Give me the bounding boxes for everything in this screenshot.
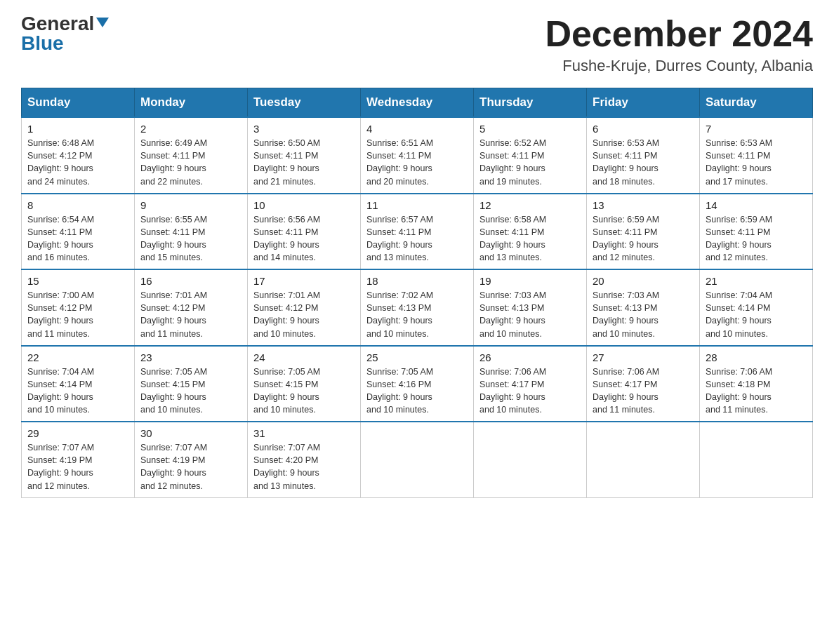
day-number: 7 — [706, 123, 807, 135]
calendar-cell: 15 Sunrise: 7:00 AMSunset: 4:12 PMDaylig… — [22, 269, 135, 346]
cell-info: Sunrise: 6:55 AMSunset: 4:11 PMDaylight:… — [140, 215, 207, 262]
calendar-cell: 30 Sunrise: 7:07 AMSunset: 4:19 PMDaylig… — [135, 422, 248, 497]
day-number: 5 — [479, 123, 581, 135]
cell-info: Sunrise: 7:05 AMSunset: 4:16 PMDaylight:… — [366, 367, 433, 415]
calendar-cell: 2 Sunrise: 6:49 AMSunset: 4:11 PMDayligh… — [135, 117, 248, 194]
day-number: 28 — [706, 351, 807, 363]
day-number: 10 — [253, 199, 355, 211]
calendar-cell: 3 Sunrise: 6:50 AMSunset: 4:11 PMDayligh… — [248, 117, 361, 194]
day-number: 13 — [593, 199, 694, 211]
location-subtitle: Fushe-Kruje, Durres County, Albania — [545, 57, 813, 75]
day-number: 3 — [253, 123, 355, 135]
col-header-wednesday: Wednesday — [361, 88, 474, 118]
col-header-monday: Monday — [135, 88, 248, 118]
cell-info: Sunrise: 7:01 AMSunset: 4:12 PMDaylight:… — [140, 290, 207, 338]
calendar-cell: 23 Sunrise: 7:05 AMSunset: 4:15 PMDaylig… — [135, 346, 248, 422]
calendar-header-row: Sunday Monday Tuesday Wednesday Thursday… — [22, 88, 813, 118]
cell-info: Sunrise: 6:48 AMSunset: 4:12 PMDaylight:… — [27, 138, 94, 186]
cell-info: Sunrise: 6:53 AMSunset: 4:11 PMDaylight:… — [593, 138, 659, 186]
day-number: 20 — [593, 275, 694, 287]
day-number: 15 — [27, 275, 128, 287]
cell-info: Sunrise: 7:04 AMSunset: 4:14 PMDaylight:… — [706, 290, 772, 338]
cell-info: Sunrise: 7:06 AMSunset: 4:18 PMDaylight:… — [706, 367, 772, 415]
calendar-cell: 7 Sunrise: 6:53 AMSunset: 4:11 PMDayligh… — [700, 117, 813, 194]
logo-general-text: General — [21, 14, 94, 34]
day-number: 12 — [479, 199, 581, 211]
day-number: 22 — [27, 351, 128, 363]
cell-info: Sunrise: 7:06 AMSunset: 4:17 PMDaylight:… — [479, 367, 546, 415]
day-number: 17 — [253, 275, 355, 287]
cell-info: Sunrise: 7:03 AMSunset: 4:13 PMDaylight:… — [593, 290, 659, 338]
calendar-week-row: 22 Sunrise: 7:04 AMSunset: 4:14 PMDaylig… — [22, 346, 813, 422]
cell-info: Sunrise: 6:54 AMSunset: 4:11 PMDaylight:… — [27, 215, 94, 262]
calendar-cell: 12 Sunrise: 6:58 AMSunset: 4:11 PMDaylig… — [474, 194, 587, 270]
calendar-cell: 13 Sunrise: 6:59 AMSunset: 4:11 PMDaylig… — [587, 194, 700, 270]
col-header-saturday: Saturday — [700, 88, 813, 118]
cell-info: Sunrise: 6:53 AMSunset: 4:11 PMDaylight:… — [706, 138, 772, 186]
calendar-week-row: 1 Sunrise: 6:48 AMSunset: 4:12 PMDayligh… — [22, 117, 813, 194]
month-title: December 2024 — [545, 14, 813, 54]
day-number: 30 — [140, 427, 241, 439]
title-section: December 2024 Fushe-Kruje, Durres County… — [545, 14, 813, 75]
calendar-week-row: 8 Sunrise: 6:54 AMSunset: 4:11 PMDayligh… — [22, 194, 813, 270]
day-number: 2 — [140, 123, 241, 135]
cell-info: Sunrise: 7:04 AMSunset: 4:14 PMDaylight:… — [27, 367, 94, 415]
col-header-friday: Friday — [587, 88, 700, 118]
calendar-week-row: 29 Sunrise: 7:07 AMSunset: 4:19 PMDaylig… — [22, 422, 813, 497]
calendar-cell: 1 Sunrise: 6:48 AMSunset: 4:12 PMDayligh… — [22, 117, 135, 194]
calendar-cell: 29 Sunrise: 7:07 AMSunset: 4:19 PMDaylig… — [22, 422, 135, 497]
cell-info: Sunrise: 6:49 AMSunset: 4:11 PMDaylight:… — [140, 138, 207, 186]
cell-info: Sunrise: 6:50 AMSunset: 4:11 PMDaylight:… — [253, 138, 320, 186]
col-header-sunday: Sunday — [22, 88, 135, 118]
calendar-cell: 21 Sunrise: 7:04 AMSunset: 4:14 PMDaylig… — [700, 269, 813, 346]
cell-info: Sunrise: 6:57 AMSunset: 4:11 PMDaylight:… — [366, 215, 433, 262]
calendar-table: Sunday Monday Tuesday Wednesday Thursday… — [21, 88, 813, 498]
cell-info: Sunrise: 7:07 AMSunset: 4:20 PMDaylight:… — [253, 443, 320, 490]
calendar-cell: 16 Sunrise: 7:01 AMSunset: 4:12 PMDaylig… — [135, 269, 248, 346]
cell-info: Sunrise: 7:02 AMSunset: 4:13 PMDaylight:… — [366, 290, 433, 338]
cell-info: Sunrise: 7:06 AMSunset: 4:17 PMDaylight:… — [593, 367, 659, 415]
calendar-cell: 26 Sunrise: 7:06 AMSunset: 4:17 PMDaylig… — [474, 346, 587, 422]
day-number: 23 — [140, 351, 241, 363]
day-number: 8 — [27, 199, 128, 211]
page-header: General Blue December 2024 Fushe-Kruje, … — [21, 14, 813, 75]
logo-triangle-icon — [96, 18, 109, 27]
calendar-cell: 19 Sunrise: 7:03 AMSunset: 4:13 PMDaylig… — [474, 269, 587, 346]
calendar-cell: 20 Sunrise: 7:03 AMSunset: 4:13 PMDaylig… — [587, 269, 700, 346]
calendar-cell: 31 Sunrise: 7:07 AMSunset: 4:20 PMDaylig… — [248, 422, 361, 497]
calendar-cell — [361, 422, 474, 497]
col-header-tuesday: Tuesday — [248, 88, 361, 118]
calendar-cell: 22 Sunrise: 7:04 AMSunset: 4:14 PMDaylig… — [22, 346, 135, 422]
day-number: 25 — [366, 351, 468, 363]
calendar-week-row: 15 Sunrise: 7:00 AMSunset: 4:12 PMDaylig… — [22, 269, 813, 346]
cell-info: Sunrise: 7:07 AMSunset: 4:19 PMDaylight:… — [27, 443, 94, 490]
day-number: 29 — [27, 427, 128, 439]
cell-info: Sunrise: 7:01 AMSunset: 4:12 PMDaylight:… — [253, 290, 320, 338]
cell-info: Sunrise: 6:59 AMSunset: 4:11 PMDaylight:… — [593, 215, 659, 262]
cell-info: Sunrise: 7:03 AMSunset: 4:13 PMDaylight:… — [479, 290, 546, 338]
col-header-thursday: Thursday — [474, 88, 587, 118]
calendar-cell: 9 Sunrise: 6:55 AMSunset: 4:11 PMDayligh… — [135, 194, 248, 270]
cell-info: Sunrise: 6:51 AMSunset: 4:11 PMDaylight:… — [366, 138, 433, 186]
calendar-cell: 27 Sunrise: 7:06 AMSunset: 4:17 PMDaylig… — [587, 346, 700, 422]
day-number: 19 — [479, 275, 581, 287]
calendar-cell: 18 Sunrise: 7:02 AMSunset: 4:13 PMDaylig… — [361, 269, 474, 346]
day-number: 14 — [706, 199, 807, 211]
day-number: 21 — [706, 275, 807, 287]
day-number: 26 — [479, 351, 581, 363]
cell-info: Sunrise: 6:59 AMSunset: 4:11 PMDaylight:… — [706, 215, 772, 262]
cell-info: Sunrise: 7:00 AMSunset: 4:12 PMDaylight:… — [27, 290, 94, 338]
day-number: 31 — [253, 427, 355, 439]
day-number: 4 — [366, 123, 468, 135]
calendar-cell: 5 Sunrise: 6:52 AMSunset: 4:11 PMDayligh… — [474, 117, 587, 194]
logo-blue-text: Blue — [21, 32, 64, 54]
calendar-cell: 28 Sunrise: 7:06 AMSunset: 4:18 PMDaylig… — [700, 346, 813, 422]
cell-info: Sunrise: 7:05 AMSunset: 4:15 PMDaylight:… — [253, 367, 320, 415]
day-number: 1 — [27, 123, 128, 135]
calendar-cell: 14 Sunrise: 6:59 AMSunset: 4:11 PMDaylig… — [700, 194, 813, 270]
day-number: 11 — [366, 199, 468, 211]
day-number: 24 — [253, 351, 355, 363]
cell-info: Sunrise: 7:05 AMSunset: 4:15 PMDaylight:… — [140, 367, 207, 415]
day-number: 6 — [593, 123, 694, 135]
cell-info: Sunrise: 7:07 AMSunset: 4:19 PMDaylight:… — [140, 443, 207, 490]
